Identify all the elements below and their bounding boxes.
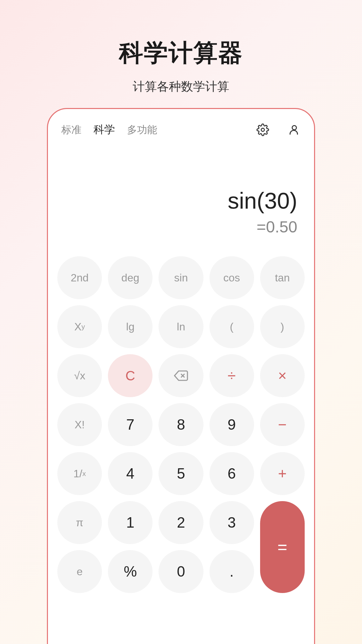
tab-multi[interactable]: 多功能 bbox=[127, 123, 157, 137]
key-power[interactable]: Xy bbox=[57, 305, 102, 348]
key-e[interactable]: e bbox=[57, 550, 102, 593]
key-paren-close[interactable]: ) bbox=[260, 305, 305, 348]
key-backspace[interactable] bbox=[159, 354, 203, 397]
key-reciprocal[interactable]: 1/x bbox=[57, 452, 102, 495]
key-multiply[interactable]: × bbox=[260, 354, 305, 397]
backspace-icon bbox=[174, 369, 188, 383]
key-2nd[interactable]: 2nd bbox=[57, 256, 102, 299]
key-8[interactable]: 8 bbox=[159, 403, 203, 446]
key-2[interactable]: 2 bbox=[159, 501, 203, 544]
key-9[interactable]: 9 bbox=[209, 403, 254, 446]
key-divide[interactable]: ÷ bbox=[209, 354, 254, 397]
page-subtitle: 计算各种数学计算 bbox=[0, 78, 362, 95]
key-5[interactable]: 5 bbox=[159, 452, 203, 495]
key-deg[interactable]: deg bbox=[108, 256, 153, 299]
svg-point-1 bbox=[292, 125, 297, 130]
tab-standard[interactable]: 标准 bbox=[61, 123, 81, 137]
result-display: =0.50 bbox=[65, 218, 297, 236]
key-decimal[interactable]: . bbox=[209, 550, 254, 593]
key-factorial[interactable]: X! bbox=[57, 403, 102, 446]
key-7[interactable]: 7 bbox=[108, 403, 153, 446]
user-icon bbox=[288, 123, 301, 136]
key-cos[interactable]: cos bbox=[209, 256, 254, 299]
key-pi[interactable]: π bbox=[57, 501, 102, 544]
key-lg[interactable]: lg bbox=[108, 305, 153, 348]
key-subtract[interactable]: − bbox=[260, 403, 305, 446]
keypad: 2nd deg sin cos tan Xy lg ln ( ) √x C ÷ … bbox=[48, 236, 314, 593]
svg-point-0 bbox=[261, 128, 264, 131]
key-equals[interactable]: = bbox=[260, 501, 305, 593]
phone-header: 标准 科学 多功能 bbox=[48, 109, 314, 137]
key-clear[interactable]: C bbox=[108, 354, 153, 397]
tab-scientific[interactable]: 科学 bbox=[94, 122, 115, 137]
display-area: sin(30) =0.50 bbox=[48, 137, 314, 236]
gear-icon bbox=[256, 123, 269, 136]
key-percent[interactable]: % bbox=[108, 550, 153, 593]
key-tan[interactable]: tan bbox=[260, 256, 305, 299]
key-sin[interactable]: sin bbox=[159, 256, 203, 299]
profile-button[interactable] bbox=[288, 123, 301, 136]
page-title: 科学计算器 bbox=[0, 37, 362, 69]
key-ln[interactable]: ln bbox=[159, 305, 203, 348]
key-add[interactable]: + bbox=[260, 452, 305, 495]
key-sqrt[interactable]: √x bbox=[57, 354, 102, 397]
key-1[interactable]: 1 bbox=[108, 501, 153, 544]
key-paren-open[interactable]: ( bbox=[209, 305, 254, 348]
phone-frame: 标准 科学 多功能 sin(30) =0.50 2nd deg sin cos … bbox=[47, 108, 315, 644]
key-4[interactable]: 4 bbox=[108, 452, 153, 495]
expression-display: sin(30) bbox=[65, 187, 297, 214]
key-6[interactable]: 6 bbox=[209, 452, 254, 495]
settings-button[interactable] bbox=[256, 123, 269, 136]
key-0[interactable]: 0 bbox=[159, 550, 203, 593]
key-3[interactable]: 3 bbox=[209, 501, 254, 544]
